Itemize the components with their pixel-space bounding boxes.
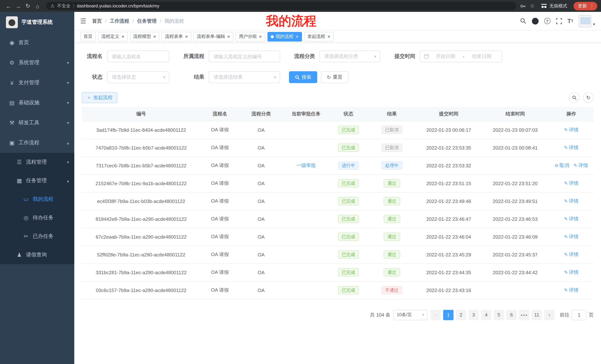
sidebar-item-payment[interactable]: ¥支付管理▾ xyxy=(0,73,74,93)
sidebar-item-workflow[interactable]: ▣工作流程▴ xyxy=(0,133,74,153)
cell-submit-time: 2022-01-22 23:44:35 xyxy=(416,263,481,281)
detail-button[interactable]: ✎详情 xyxy=(564,180,579,187)
detail-button[interactable]: ✎详情 xyxy=(564,287,579,294)
cancel-button[interactable]: ⊘取消 xyxy=(555,162,569,169)
sidebar-item-home[interactable]: ◉首页 xyxy=(0,33,74,53)
name-input[interactable] xyxy=(107,50,169,62)
page-button-11[interactable]: 11 xyxy=(531,310,542,320)
cell-status: 已完成 xyxy=(329,228,368,246)
page-button-1[interactable]: 1 xyxy=(443,310,453,320)
sidebar-item-label: 任务管理 xyxy=(26,177,67,184)
server-icon: ▤ xyxy=(7,99,16,106)
refresh-icon: ↻ xyxy=(327,74,331,80)
cell-category: OA xyxy=(239,192,283,210)
detail-button[interactable]: ✎详情 xyxy=(564,216,579,222)
address-bar[interactable]: ⚠ 不安全 | dashboard.yudao.iocoder.cn/bpm/t… xyxy=(46,2,517,10)
font-size-icon[interactable]: TT xyxy=(567,18,573,24)
more-pages-button[interactable]: ●●● xyxy=(519,310,529,320)
table-body: 3ad174fb-7b9d-11ec-8404-acde48001122OA 请… xyxy=(82,121,594,299)
pagination: 共 104 条 10条/页 ▾ ‹123456●●●11› 前往 页 xyxy=(82,310,594,320)
user-menu[interactable]: ▾ xyxy=(579,15,595,27)
detail-button[interactable]: ✎详情 xyxy=(564,144,579,151)
process-input[interactable] xyxy=(209,50,280,62)
update-button[interactable]: 更新 ⋮ xyxy=(573,2,597,10)
status-select[interactable]: 请选择状态 ▾ xyxy=(107,71,169,83)
name-label: 流程名 xyxy=(82,53,102,60)
refresh-table-icon[interactable]: ↻ xyxy=(583,92,594,103)
edit-icon: ✎ xyxy=(564,287,568,293)
page-button-2[interactable]: 2 xyxy=(456,310,466,320)
edit-icon: ✎ xyxy=(564,252,568,257)
search-button[interactable]: 搜索 xyxy=(289,71,317,83)
tab-home[interactable]: 首页 xyxy=(80,32,96,41)
page-button-6[interactable]: 6 xyxy=(506,310,517,320)
tab-process-definition[interactable]: 流程定义× xyxy=(98,32,128,41)
sidebar-item-system[interactable]: ⚙系统管理▾ xyxy=(0,53,74,73)
hamburger-icon[interactable]: ☰ xyxy=(80,17,86,25)
create-process-button[interactable]: ＋ 发起流程 xyxy=(82,92,117,103)
column-header: 操作 xyxy=(549,107,594,121)
page-button-4[interactable]: 4 xyxy=(481,310,491,320)
next-page-button[interactable]: › xyxy=(544,310,555,320)
menu-dots-icon[interactable]: ⋮ xyxy=(590,3,594,9)
prev-page-button[interactable]: ‹ xyxy=(431,310,441,320)
fullscreen-icon[interactable] xyxy=(556,18,562,24)
sidebar-item-leave-query[interactable]: ♟请假查询 xyxy=(0,246,74,264)
tab-process-model[interactable]: 流程模型× xyxy=(130,32,159,41)
sidebar-item-done-tasks[interactable]: ✂已办任务 xyxy=(0,227,74,246)
pager: ‹123456●●●11› xyxy=(431,310,555,320)
github-icon[interactable] xyxy=(532,18,538,24)
help-icon[interactable]: ? xyxy=(544,18,550,24)
yen-icon: ¥ xyxy=(7,80,16,86)
result-badge: 通过 xyxy=(384,250,400,259)
sidebar-item-todo-tasks[interactable]: ◎待办任务 xyxy=(0,209,74,227)
goto-page-input[interactable] xyxy=(572,310,587,320)
sidebar-item-my-process[interactable]: ▭我的流程 xyxy=(0,190,74,209)
breadcrumb-item[interactable]: 首页 xyxy=(92,18,102,24)
result-select[interactable]: 请选择流结果 ▾ xyxy=(209,71,280,83)
breadcrumb-item[interactable]: 工作流程 xyxy=(110,18,129,24)
detail-button[interactable]: ✎详情 xyxy=(564,126,579,133)
reload-icon[interactable]: ↻ xyxy=(23,3,33,9)
tab-process-form[interactable]: 流程表单× xyxy=(161,32,191,41)
tab-label: 流程表单-编辑 xyxy=(197,33,225,40)
page-size-select[interactable]: 10条/页 ▾ xyxy=(393,310,428,320)
back-icon[interactable]: ← xyxy=(4,3,13,9)
result-badge: 处理中 xyxy=(381,161,402,170)
close-icon[interactable]: × xyxy=(153,34,156,39)
detail-button[interactable]: ✎详情 xyxy=(564,251,579,258)
breadcrumb-item[interactable]: 任务管理 xyxy=(137,18,157,24)
close-icon[interactable]: × xyxy=(121,34,124,39)
tab-user-group[interactable]: 用户分组× xyxy=(236,32,265,41)
search-icon[interactable] xyxy=(520,18,526,24)
detail-button[interactable]: ✎详情 xyxy=(564,233,579,240)
close-icon[interactable]: × xyxy=(296,34,299,39)
category-select[interactable]: 请选择流程分类 ▾ xyxy=(320,50,380,62)
detail-button[interactable]: ✎详情 xyxy=(564,198,579,204)
detail-button[interactable]: ✎详情 xyxy=(564,269,579,276)
close-icon[interactable]: × xyxy=(259,34,262,39)
tab-start-process[interactable]: 发起流程× xyxy=(304,32,334,41)
sidebar-item-dev-tools[interactable]: ⚒研发工具▾ xyxy=(0,113,74,133)
reset-button[interactable]: ↻ 重置 xyxy=(321,71,348,83)
tab-my-process[interactable]: 我的流程× xyxy=(267,32,302,41)
sidebar-item-infrastructure[interactable]: ▤基础设施▾ xyxy=(0,93,74,113)
result-badge: 通过 xyxy=(384,215,400,223)
app-logo-row[interactable]: 芋道管理系统 xyxy=(0,12,74,33)
close-icon[interactable]: × xyxy=(227,34,230,39)
close-icon[interactable]: × xyxy=(185,34,188,39)
sidebar-item-process-mgmt[interactable]: ☰流程管理▾ xyxy=(0,153,74,172)
bookmark-star-icon[interactable]: ☆ xyxy=(530,3,534,9)
page-button-3[interactable]: 3 xyxy=(468,310,479,320)
close-icon[interactable]: × xyxy=(327,34,330,39)
toggle-search-icon[interactable] xyxy=(569,92,580,103)
detail-button[interactable]: ✎详情 xyxy=(573,162,588,169)
submit-time-range-picker[interactable]: 开始日期 - 结束日期 xyxy=(420,50,502,62)
page-button-5[interactable]: 5 xyxy=(494,310,504,320)
task-link[interactable]: 一级审批 xyxy=(296,163,316,168)
home-icon[interactable]: ⌂ xyxy=(33,3,42,9)
sidebar-item-task-mgmt[interactable]: ▦任务管理▴ xyxy=(0,172,74,190)
tab-process-form-edit[interactable]: 流程表单-编辑× xyxy=(193,32,233,41)
forward-icon[interactable]: → xyxy=(13,3,23,9)
password-key-icon[interactable] xyxy=(520,3,526,9)
